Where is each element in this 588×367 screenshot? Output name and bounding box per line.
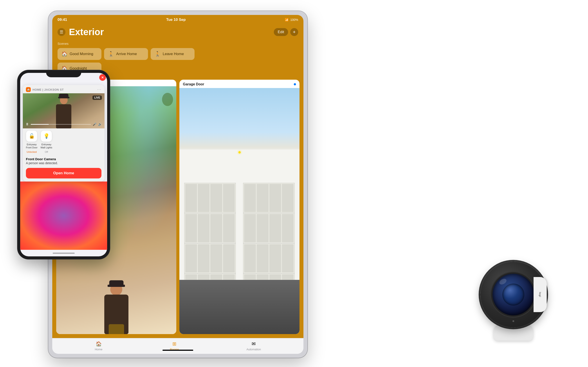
person-body bbox=[104, 295, 128, 334]
garage-cell bbox=[223, 244, 235, 272]
camera-lens-outer bbox=[493, 274, 534, 315]
scene-leave-home-label: Leave Home bbox=[163, 52, 184, 56]
garage-cell bbox=[244, 184, 256, 212]
person-head-container bbox=[110, 283, 122, 295]
scene-goodnight-label: Goodnight bbox=[70, 66, 87, 71]
garage-cell bbox=[210, 244, 222, 272]
scene-arrive-home[interactable]: 🚶 Arrive Home bbox=[104, 48, 148, 60]
person-head bbox=[110, 283, 122, 295]
garage-panel-l1 bbox=[185, 183, 235, 213]
garage-cell bbox=[244, 244, 256, 272]
lock-icon-wrapper[interactable]: 🔓 bbox=[26, 131, 37, 142]
garage-cell bbox=[210, 184, 222, 212]
phone-notch bbox=[46, 70, 81, 77]
camera-active-dot-garage bbox=[294, 83, 296, 85]
home-indicator bbox=[162, 350, 193, 351]
scene-leave-home[interactable]: 🚶 Leave Home bbox=[151, 48, 194, 60]
mic-icon[interactable]: 🎤 bbox=[93, 123, 96, 126]
garage-cell bbox=[269, 244, 281, 272]
garage-panel-l3 bbox=[185, 243, 235, 274]
pause-icon[interactable]: ⏸ bbox=[25, 122, 29, 126]
notification-quick-actions: 🔓 EntrywayFront Door Unlocked 💡 Entryway… bbox=[23, 128, 104, 155]
status-date: Tue 10 Sep bbox=[166, 17, 186, 22]
garage-cell bbox=[185, 244, 197, 272]
status-time: 09:41 bbox=[58, 17, 67, 22]
person-package bbox=[109, 324, 124, 334]
garage-cell bbox=[244, 214, 256, 242]
logi-camera-device: logi bbox=[458, 226, 568, 341]
garage-driveway bbox=[179, 280, 300, 334]
tab-home-label: Home bbox=[95, 348, 102, 351]
camera-lens-inner bbox=[502, 284, 524, 306]
scene-good-morning-label: Good Morning bbox=[70, 52, 93, 56]
phone-screen: 🏠 HOME | JACKSON ST ··· bbox=[20, 73, 107, 256]
notification-subtitle: A person was detected. bbox=[26, 161, 101, 165]
lights-status: Off bbox=[45, 150, 48, 153]
status-right: 📶 100% bbox=[285, 18, 298, 22]
garage-cell bbox=[210, 214, 222, 242]
person-cap-top bbox=[109, 280, 123, 285]
foliage-right bbox=[162, 93, 173, 106]
speaker-icon[interactable]: 🔊 bbox=[98, 123, 102, 126]
garage-cell bbox=[185, 214, 197, 242]
header-actions: Edit + bbox=[274, 28, 298, 36]
add-button[interactable]: + bbox=[290, 28, 298, 36]
home-indicator-wrapper bbox=[162, 350, 193, 352]
progress-fill bbox=[31, 124, 49, 125]
garage-panel-l2 bbox=[185, 213, 235, 243]
garage-cell bbox=[257, 184, 268, 212]
scene-leave-home-icon: 🚶 bbox=[155, 51, 160, 57]
garage-cell bbox=[257, 214, 268, 242]
lock-icon: 🔓 bbox=[29, 133, 35, 139]
camera-title-bar-garage: Garage Door bbox=[179, 80, 300, 88]
garage-cell bbox=[198, 184, 210, 212]
garage-cell bbox=[185, 184, 197, 212]
garage-panel-r2 bbox=[243, 213, 294, 243]
garage-panel-r3 bbox=[243, 243, 294, 274]
lights-label: EntrywayWall Lights bbox=[41, 143, 52, 149]
menu-icon: ☰ bbox=[60, 30, 63, 34]
page-root: 09:41 Tue 10 Sep 📶 100% ☰ Exterior Edit … bbox=[0, 0, 588, 367]
notif-person-head bbox=[60, 96, 68, 104]
quick-action-lights: 💡 EntrywayWall Lights Off bbox=[41, 131, 52, 153]
phone-home-indicator bbox=[20, 250, 107, 256]
lights-icon: 💡 bbox=[43, 133, 49, 139]
phone-device: ✕ 🏠 HOME | JACKSON ST ··· bbox=[17, 70, 110, 259]
garage-feed-bg bbox=[179, 88, 300, 334]
playback-progress-bar[interactable] bbox=[31, 124, 91, 125]
garage-panel-r1 bbox=[243, 183, 294, 213]
tab-home[interactable]: 🏠 Home bbox=[95, 341, 102, 351]
notification-menu-icon[interactable]: ··· bbox=[97, 88, 101, 92]
tablet-header: ☰ Exterior Edit + bbox=[52, 25, 303, 42]
garage-cell bbox=[257, 244, 268, 272]
quick-action-lock: 🔓 EntrywayFront Door Unlocked bbox=[26, 131, 38, 153]
open-home-button[interactable]: Open Home bbox=[26, 168, 101, 178]
garage-outdoor-light bbox=[238, 151, 241, 153]
camera-lens-highlight bbox=[498, 278, 507, 286]
tab-automation[interactable]: ✉ Automation bbox=[247, 341, 261, 351]
live-badge: LIVE bbox=[92, 95, 102, 100]
notification-camera-feed: LIVE ⏸ 🎤 🔊 bbox=[23, 93, 104, 128]
lock-status: Unlocked bbox=[26, 150, 37, 153]
notification-app-info: 🏠 HOME | JACKSON ST bbox=[26, 87, 64, 92]
tab-automation-label: Automation bbox=[247, 348, 261, 351]
battery-status: 100% bbox=[290, 18, 298, 22]
scenes-row-1: 🏠 Good Morning 🚶 Arrive Home 🚶 Leave Hom… bbox=[58, 48, 298, 60]
home-indicator-bar bbox=[53, 253, 75, 254]
close-button[interactable]: ✕ bbox=[99, 74, 106, 81]
camera-card-garage: Garage Door bbox=[179, 80, 300, 334]
edit-button[interactable]: Edit bbox=[274, 28, 288, 36]
close-icon: ✕ bbox=[101, 76, 104, 79]
camera-body: logi bbox=[480, 262, 546, 327]
lights-icon-wrapper[interactable]: 💡 bbox=[41, 131, 52, 142]
scene-arrive-home-label: Arrive Home bbox=[116, 52, 137, 56]
tablet-tab-bar: 🏠 Home ⊞ Rooms ✉ Automation bbox=[52, 338, 303, 354]
camera-mic-dot bbox=[512, 320, 514, 322]
menu-button[interactable]: ☰ bbox=[58, 28, 66, 36]
garage-cell bbox=[282, 184, 294, 212]
person-cap-brim bbox=[108, 285, 125, 287]
notif-cap-brim bbox=[58, 97, 69, 98]
scene-good-morning[interactable]: 🏠 Good Morning bbox=[58, 48, 101, 60]
logi-brand-text: logi bbox=[539, 292, 541, 297]
garage-camera-name: Garage Door bbox=[183, 82, 204, 86]
